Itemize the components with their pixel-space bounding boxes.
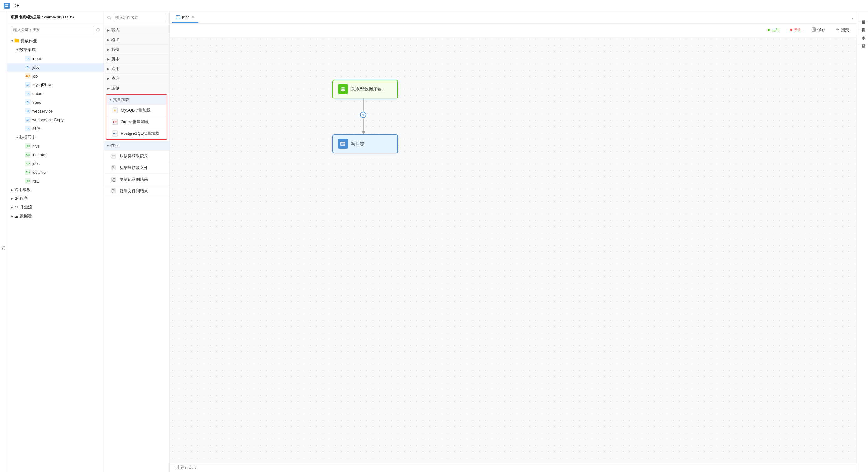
- tree-item-localfile[interactable]: Rts localfile: [7, 168, 103, 177]
- svg-rect-2: [5, 6, 7, 7]
- arrow-icon: ▶: [107, 48, 110, 51]
- connector-dot: [360, 111, 366, 118]
- write-log-icon: [338, 139, 348, 149]
- svg-point-35: [362, 114, 364, 116]
- job-item-icon: [110, 164, 117, 171]
- run-icon: ▶: [768, 28, 771, 32]
- job-item-copy-records[interactable]: 复制记录到结果: [104, 174, 169, 186]
- job-item-copy-files[interactable]: 复制文件到结果: [104, 186, 169, 197]
- tab-jdbc[interactable]: jdbc ✕: [172, 12, 198, 23]
- workflow-icon: [14, 205, 19, 210]
- file-search-input[interactable]: [11, 26, 94, 33]
- category-query[interactable]: ▶ 查询: [104, 74, 169, 83]
- svg-rect-0: [5, 4, 7, 5]
- tree-item-webservice[interactable]: DI webservice: [7, 107, 103, 115]
- tree-item-data-integration[interactable]: ▾ 数据集成: [7, 45, 103, 54]
- category-connect[interactable]: ▶ 连接: [104, 83, 169, 93]
- submit-button[interactable]: 提交: [833, 26, 852, 34]
- arrow-icon: [20, 74, 25, 78]
- stop-button[interactable]: ■ 停止: [787, 26, 804, 34]
- run-button[interactable]: ▶ 运行: [765, 26, 782, 34]
- arrow-icon: [20, 66, 25, 69]
- job-item-get-files[interactable]: 从结果获取文件: [104, 162, 169, 174]
- category-label: 查询: [112, 76, 120, 81]
- resource-label[interactable]: 资源源: [0, 240, 7, 245]
- right-item-metrics-log[interactable]: 指标日志: [857, 22, 868, 29]
- postgresql-icon: PG: [112, 130, 118, 137]
- tree-label: webservice-Copy: [32, 117, 64, 122]
- svg-marker-30: [362, 131, 366, 134]
- mysql-bulk-label: MySQL批量加载: [121, 107, 151, 113]
- panel-title: 项目名称/数据层：demo-prj / ODS: [11, 15, 74, 20]
- di-icon: DI: [25, 126, 31, 131]
- right-item-general-config[interactable]: 通用配置: [857, 14, 868, 22]
- tree-label: 程序: [20, 196, 28, 201]
- bulk-load-label: 批量加载: [113, 97, 129, 103]
- mysql-bulk-item[interactable]: M MySQL批量加载: [106, 104, 167, 116]
- tree-item-mysql2hive[interactable]: DI mysql2hive: [7, 80, 103, 89]
- arrow-icon: [20, 162, 25, 165]
- right-item-version[interactable]: 版本: [857, 29, 868, 37]
- tree-item-program[interactable]: ▶ ⚙ 程序: [7, 194, 103, 203]
- tree-item-data-sync[interactable]: ▾ 数据同步: [7, 133, 103, 142]
- tab-more-icon[interactable]: ⌄: [851, 15, 854, 20]
- arrow-icon: ▶: [107, 58, 110, 61]
- category-output[interactable]: ▶ 输出: [104, 35, 169, 45]
- rts-icon: Rts: [25, 178, 31, 184]
- tree-item-generic-template[interactable]: ▶ 通用模板: [7, 186, 103, 194]
- tree-item-workflow[interactable]: ▶ 作业流: [7, 203, 103, 212]
- canvas-area: jdbc ✕ ⌄ ▶ 运行 ■ 停止 保存: [169, 11, 857, 472]
- tree-item-component[interactable]: DI 组件: [7, 124, 103, 133]
- write-log-label: 写日志: [351, 141, 364, 146]
- tree-item-rts1[interactable]: Rts rts1: [7, 177, 103, 186]
- save-label: 保存: [817, 27, 826, 33]
- svg-line-5: [110, 19, 112, 20]
- rts-icon: Rts: [25, 169, 31, 175]
- stop-label: 停止: [794, 27, 802, 33]
- file-tree: ▾ 集成作业 ▾ 数据集成 DI input DI jdbc: [7, 36, 103, 472]
- tree-label: input: [32, 56, 41, 61]
- category-generic[interactable]: ▶ 通用: [104, 64, 169, 74]
- category-script[interactable]: ▶ 脚本: [104, 55, 169, 64]
- tree-label: 数据集成: [20, 47, 36, 53]
- save-button[interactable]: 保存: [809, 26, 828, 34]
- arrow-icon: [20, 57, 25, 60]
- toolbar: ▶ 运行 ■ 停止 保存 提交: [169, 24, 857, 36]
- arrow-icon: ▾: [14, 48, 20, 52]
- job-item-icon: [110, 153, 117, 160]
- flow-node-write-log[interactable]: 写日志: [332, 134, 398, 153]
- tree-item-job[interactable]: Job job: [7, 72, 103, 80]
- tree-item-input[interactable]: DI input: [7, 54, 103, 63]
- tree-item-jdbc-sync[interactable]: Rts jdbc: [7, 159, 103, 168]
- category-label: 输出: [112, 37, 120, 42]
- gear-icon: ⚙: [14, 196, 18, 201]
- save-icon: [812, 27, 816, 33]
- arrow-icon: ▾: [110, 98, 111, 102]
- component-search-input[interactable]: [113, 14, 166, 21]
- job-section-header[interactable]: ▾ 作业: [104, 141, 169, 151]
- category-transform[interactable]: ▶ 转换: [104, 45, 169, 55]
- tree-item-webservice-copy[interactable]: DI webservice-Copy: [7, 115, 103, 124]
- add-btn[interactable]: ⊕: [96, 27, 100, 32]
- submit-icon: [835, 27, 840, 33]
- job-item-label: 从结果获取文件: [120, 165, 148, 171]
- postgresql-bulk-item[interactable]: PG PostgreSQL批量加载: [106, 128, 167, 139]
- tree-item-datasource[interactable]: ▶ ☁ 数据源: [7, 212, 103, 221]
- tree-item-trans[interactable]: DI trans: [7, 98, 103, 107]
- tab-close-icon[interactable]: ✕: [191, 15, 195, 20]
- tree-item-jdbc[interactable]: DI jdbc: [7, 63, 103, 72]
- job-item-get-records[interactable]: 从结果获取记录: [104, 151, 169, 162]
- svg-rect-26: [813, 28, 815, 29]
- tree-item-output[interactable]: DI output: [7, 89, 103, 98]
- bulk-load-header[interactable]: ▾ 批量加载: [106, 95, 167, 104]
- arrow-icon: [20, 127, 25, 130]
- tree-item-hive[interactable]: Rts hive: [7, 142, 103, 150]
- tree-item-inceptor[interactable]: Rts inceptor: [7, 150, 103, 159]
- right-item-draft[interactable]: 草稿: [857, 37, 868, 45]
- submit-label: 提交: [841, 27, 849, 33]
- tree-item-integrated-job[interactable]: ▾ 集成作业: [7, 36, 103, 45]
- tree-label: output: [32, 91, 43, 96]
- flow-node-db-input[interactable]: 关系型数据库输...: [332, 80, 398, 98]
- category-input[interactable]: ▶ 输入: [104, 25, 169, 35]
- oracle-bulk-item[interactable]: Oracle批量加载: [106, 116, 167, 128]
